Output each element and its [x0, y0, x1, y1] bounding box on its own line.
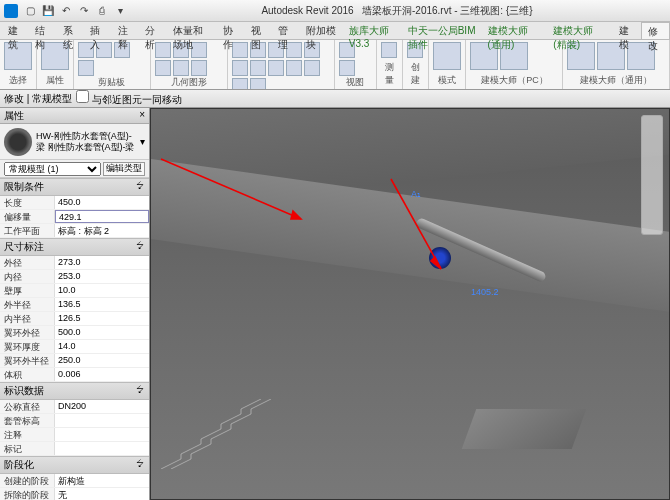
split-icon[interactable] — [268, 60, 284, 76]
group-measure: 测量 — [377, 40, 403, 89]
tab-manage[interactable]: 管理 — [272, 22, 299, 39]
tab-insert[interactable]: 插入 — [84, 22, 111, 39]
link-icon[interactable] — [155, 60, 171, 76]
move-icon[interactable] — [286, 42, 302, 58]
tab-arch[interactable]: 建筑 — [2, 22, 29, 39]
array-icon[interactable] — [286, 60, 302, 76]
rotate-icon[interactable] — [232, 60, 248, 76]
cat-constraints[interactable]: 限制条件⭍ — [0, 178, 149, 196]
delete-icon[interactable] — [250, 78, 266, 90]
cat-phasing[interactable]: 阶段化⭍ — [0, 456, 149, 474]
quick-access-toolbar: ▢ 💾 ↶ ↷ ⎙ ▾ — [22, 3, 128, 19]
group-mode: 模式 — [429, 40, 466, 89]
edit-family-icon[interactable] — [433, 42, 461, 70]
stair-element[interactable] — [161, 399, 301, 469]
trim-icon[interactable] — [250, 60, 266, 76]
options-bar: 修改 | 常规模型 与邻近图元一同移动 — [0, 90, 670, 108]
ribbon-tabs: 建筑 结构 系统 插入 注释 分析 体量和场地 协作 视图 管理 附加模块 族库… — [0, 22, 670, 40]
family-thumb-icon — [4, 128, 32, 156]
tab-modify[interactable]: 修改 — [641, 22, 670, 39]
qat-more-icon[interactable]: ▾ — [112, 3, 128, 19]
tab-view[interactable]: 视图 — [245, 22, 272, 39]
tab-collab[interactable]: 协作 — [217, 22, 244, 39]
group-pc: 建模大师（PC） — [466, 40, 563, 89]
pin-icon[interactable] — [232, 78, 248, 90]
measure-icon[interactable] — [381, 42, 397, 58]
dimension-length[interactable]: 1405.2 — [471, 287, 499, 297]
title-bar: ▢ 💾 ↶ ↷ ⎙ ▾ Autodesk Revit 2016 墙梁板开洞-20… — [0, 0, 670, 22]
cat-identity[interactable]: 标识数据⭍ — [0, 382, 149, 400]
svg-marker-1 — [291, 211, 301, 219]
type-selector[interactable]: HW-刚性防水套管(A型)-梁 刚性防水套管(A型)-梁 ▾ — [0, 124, 149, 160]
properties-grid: 限制条件⭍ 长度450.0 偏移量429.1 工作平面标高 : 标高 2 尺寸标… — [0, 178, 149, 500]
align-icon[interactable] — [232, 42, 248, 58]
tab-model[interactable]: 建模 — [613, 22, 640, 39]
demolish-icon[interactable] — [191, 60, 207, 76]
chevron-down-icon[interactable]: ▾ — [140, 136, 145, 147]
group-select: 选择 — [0, 40, 37, 89]
category-filter-select[interactable]: 常规模型 (1) — [4, 162, 101, 176]
cat-dims[interactable]: 尺寸标注⭍ — [0, 238, 149, 256]
tab-sys[interactable]: 系统 — [57, 22, 84, 39]
dimension-a[interactable]: A₁ — [411, 189, 421, 199]
redo-icon[interactable]: ↷ — [76, 3, 92, 19]
properties-panel: 属性 × HW-刚性防水套管(A型)-梁 刚性防水套管(A型)-梁 ▾ 常规模型… — [0, 108, 150, 500]
match-icon[interactable] — [78, 60, 94, 76]
window-title: Autodesk Revit 2016 墙梁板开洞-2016.rvt - 三维视… — [128, 4, 666, 18]
tab-struct[interactable]: 结构 — [29, 22, 56, 39]
svg-line-0 — [161, 159, 301, 219]
tab-model-master1[interactable]: 建模大师 (通用) — [482, 22, 548, 39]
move-nearby-checkbox[interactable]: 与邻近图元一同移动 — [76, 90, 182, 107]
tab-analyze[interactable]: 分析 — [139, 22, 166, 39]
navigation-bar[interactable] — [641, 115, 663, 235]
view2-icon[interactable] — [339, 60, 355, 76]
join-icon[interactable] — [191, 42, 207, 58]
scale-icon[interactable] — [304, 60, 320, 76]
properties-header: 属性 × — [0, 108, 149, 124]
undo-icon[interactable]: ↶ — [58, 3, 74, 19]
tab-fam-master[interactable]: 族库大师V3.3 — [343, 22, 402, 39]
cope-icon[interactable] — [155, 42, 171, 58]
tab-addins[interactable]: 附加模块 — [300, 22, 343, 39]
context-label: 修改 | 常规模型 — [4, 92, 72, 106]
box-element[interactable] — [462, 409, 587, 449]
tab-bim-plugin[interactable]: 中天一公局BIM插件 — [402, 22, 482, 39]
open-icon[interactable]: ▢ — [22, 3, 38, 19]
svg-marker-3 — [431, 257, 441, 269]
tab-annot[interactable]: 注释 — [112, 22, 139, 39]
revit-logo-icon — [4, 4, 18, 18]
edit-type-button[interactable]: 编辑类型 — [103, 162, 145, 176]
group-clipboard: 剪贴板 — [74, 40, 151, 89]
annotation-arrow-2 — [331, 169, 531, 319]
paint-icon[interactable] — [173, 60, 189, 76]
3d-viewport[interactable]: A₁ 1405.2 — [150, 108, 670, 500]
close-icon[interactable]: × — [139, 109, 145, 122]
tab-model-master2[interactable]: 建模大师 (精装) — [547, 22, 613, 39]
print-icon[interactable]: ⎙ — [94, 3, 110, 19]
save-icon[interactable]: 💾 — [40, 3, 56, 19]
tab-mass[interactable]: 体量和场地 — [167, 22, 218, 39]
